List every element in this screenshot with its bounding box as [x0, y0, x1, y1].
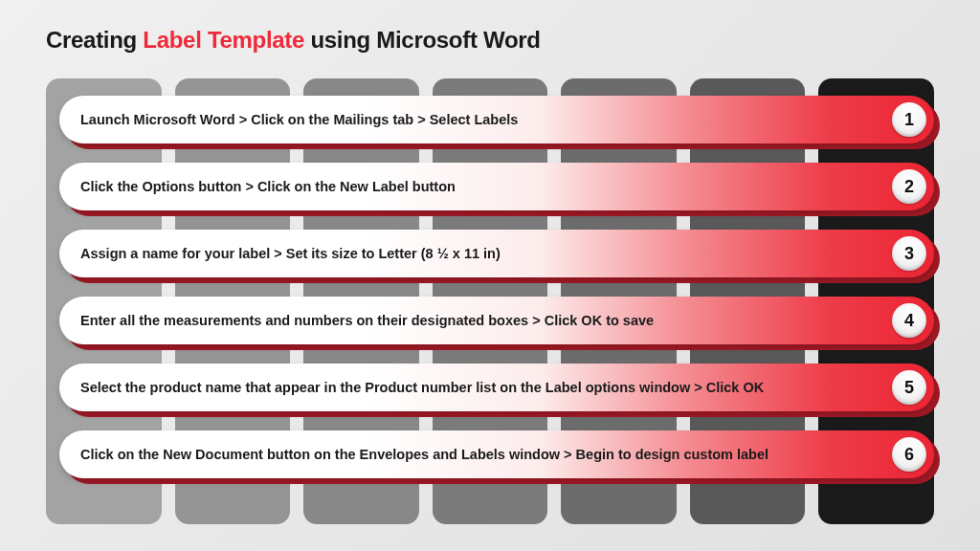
step-number-badge: 6 — [892, 437, 926, 472]
step-row: Assign a name for your label > Set its s… — [59, 230, 934, 277]
step-text: Click on the New Document button on the … — [80, 447, 768, 462]
step-number-badge: 1 — [892, 102, 926, 137]
step-bar: Click on the New Document button on the … — [59, 430, 934, 478]
step-text: Enter all the measurements and numbers o… — [80, 313, 654, 328]
step-number-badge: 5 — [892, 370, 926, 405]
step-list: Launch Microsoft Word > Click on the Mai… — [59, 96, 934, 478]
step-row: Click on the New Document button on the … — [59, 430, 934, 478]
step-text: Assign a name for your label > Set its s… — [80, 246, 501, 261]
step-row: Select the product name that appear in t… — [59, 364, 934, 411]
step-bar: Enter all the measurements and numbers o… — [59, 297, 934, 344]
step-bar: Launch Microsoft Word > Click on the Mai… — [59, 96, 934, 143]
title-accent: Label Template — [143, 27, 304, 53]
step-row: Enter all the measurements and numbers o… — [59, 297, 934, 344]
step-text: Launch Microsoft Word > Click on the Mai… — [80, 112, 518, 127]
step-text: Select the product name that appear in t… — [80, 380, 764, 395]
step-bar: Assign a name for your label > Set its s… — [59, 230, 934, 277]
step-text: Click the Options button > Click on the … — [80, 179, 456, 194]
page-title: Creating Label Template using Microsoft … — [46, 27, 541, 54]
step-number-badge: 3 — [892, 236, 926, 271]
step-row: Launch Microsoft Word > Click on the Mai… — [59, 96, 934, 143]
step-row: Click the Options button > Click on the … — [59, 163, 934, 210]
step-bar: Select the product name that appear in t… — [59, 364, 934, 411]
step-number-badge: 2 — [892, 169, 926, 204]
step-number-badge: 4 — [892, 303, 926, 338]
step-bar: Click the Options button > Click on the … — [59, 163, 934, 210]
title-pre: Creating — [46, 27, 143, 53]
title-post: using Microsoft Word — [304, 27, 541, 53]
